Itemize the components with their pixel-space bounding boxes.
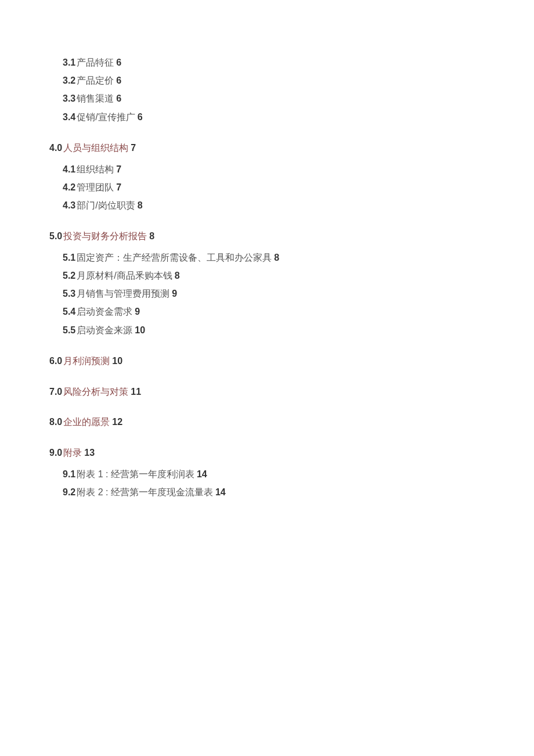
toc-entry-number: 5.5 [63, 325, 75, 335]
table-of-contents: 3.1产品特征63.2产品定价63.3销售渠道63.4促销/宣传推广64.0人员… [49, 53, 534, 501]
toc-entry-title: 月销售与管理费用预测 [77, 289, 169, 298]
toc-entry-title: 组织结构 [77, 164, 114, 174]
toc-entry-level2: 5.4启动资金需求9 [63, 303, 534, 321]
toc-entry-level2: 5.5启动资金来源10 [63, 321, 534, 339]
toc-entry-title: 附表 2 : 经营第一年度现金流量表 [77, 487, 213, 497]
toc-section: 5.0投资与财务分析报告85.1固定资产：生产经营所需设备、工具和办公家具85.… [49, 228, 534, 339]
toc-entry-number: 9.2 [63, 487, 75, 497]
toc-entry-page: 13 [84, 448, 95, 458]
toc-entry-page: 8 [149, 231, 154, 241]
toc-entry-page: 7 [116, 182, 121, 192]
toc-entry-page: 8 [274, 253, 279, 262]
toc-entry-title: 人员与组织结构 [63, 143, 128, 153]
toc-entry-page: 10 [135, 325, 145, 335]
toc-entry-level2: 3.2产品定价6 [63, 71, 534, 89]
toc-entry-page: 7 [116, 164, 121, 174]
toc-entry-number: 8.0 [49, 417, 62, 427]
toc-section: 8.0企业的愿景12 [49, 414, 534, 431]
toc-entry-page: 12 [112, 417, 122, 427]
toc-entry-level2: 9.2附表 2 : 经营第一年度现金流量表14 [63, 483, 534, 501]
toc-entry-number: 3.3 [63, 93, 75, 103]
toc-entry-page: 7 [131, 143, 136, 153]
toc-entry-number: 4.2 [63, 182, 75, 192]
toc-entry-page: 11 [131, 387, 141, 397]
toc-entry-number: 9.1 [63, 469, 75, 479]
toc-entry-number: 3.2 [63, 75, 75, 85]
toc-entry-level2: 4.3部门/岗位职责8 [63, 196, 534, 214]
toc-entry-title: 产品定价 [77, 75, 114, 85]
toc-entry-page: 9 [135, 307, 140, 316]
toc-entry-title: 月利润预测 [63, 356, 110, 366]
toc-entry-title: 附录 [63, 448, 82, 458]
toc-entry-page: 14 [215, 487, 226, 497]
toc-entry-number: 6.0 [49, 356, 62, 366]
toc-entry-page: 8 [138, 200, 143, 210]
toc-entry-level2: 5.3月销售与管理费用预测9 [63, 285, 534, 303]
toc-sublist: 4.1组织结构74.2管理团队74.3部门/岗位职责8 [49, 160, 534, 215]
toc-entry-level2: 5.1固定资产：生产经营所需设备、工具和办公家具8 [63, 249, 534, 267]
toc-sublist: 5.1固定资产：生产经营所需设备、工具和办公家具85.2月原材料/商品釆购本钱8… [49, 249, 534, 339]
toc-entry-title: 管理团队 [77, 182, 114, 192]
toc-entry-level1: 4.0人员与组织结构7 [49, 140, 534, 157]
toc-entry-page: 6 [116, 57, 121, 67]
toc-entry-title: 启动资金来源 [77, 325, 132, 335]
toc-section: 3.1产品特征63.2产品定价63.3销售渠道63.4促销/宣传推广6 [49, 53, 534, 126]
toc-entry-level2: 5.2月原材料/商品釆购本钱8 [63, 267, 534, 285]
toc-entry-page: 14 [197, 469, 207, 479]
toc-entry-number: 4.3 [63, 200, 75, 210]
toc-entry-title: 月原材料/商品釆购本钱 [77, 271, 172, 280]
toc-entry-level1: 5.0投资与财务分析报告8 [49, 228, 534, 245]
toc-entry-title: 固定资产：生产经营所需设备、工具和办公家具 [77, 253, 272, 262]
toc-entry-level1: 9.0附录13 [49, 445, 534, 462]
toc-entry-level1: 6.0月利润预测10 [49, 353, 534, 370]
toc-entry-page: 6 [138, 112, 143, 122]
toc-entry-title: 部门/岗位职责 [77, 200, 135, 210]
toc-entry-number: 5.0 [49, 231, 62, 241]
toc-entry-title: 产品特征 [77, 57, 114, 67]
toc-section: 6.0月利润预测10 [49, 353, 534, 370]
toc-entry-level1: 7.0风险分析与对策11 [49, 384, 534, 401]
toc-entry-level2: 3.3销售渠道6 [63, 89, 534, 107]
toc-entry-title: 企业的愿景 [63, 417, 110, 427]
toc-entry-level1: 8.0企业的愿景12 [49, 414, 534, 431]
toc-entry-level2: 4.1组织结构7 [63, 160, 534, 178]
toc-entry-title: 附表 1 : 经营第一年度利润表 [77, 469, 194, 479]
toc-entry-number: 7.0 [49, 387, 62, 397]
toc-entry-level2: 9.1附表 1 : 经营第一年度利润表14 [63, 465, 534, 483]
toc-entry-title: 投资与财务分析报告 [63, 231, 147, 241]
toc-sublist: 3.1产品特征63.2产品定价63.3销售渠道63.4促销/宣传推广6 [49, 53, 534, 126]
toc-entry-level2: 3.4促销/宣传推广6 [63, 108, 534, 126]
toc-entry-level2: 4.2管理团队7 [63, 178, 534, 196]
toc-entry-page: 10 [112, 356, 122, 366]
toc-entry-title: 风险分析与对策 [63, 387, 128, 397]
toc-entry-number: 9.0 [49, 448, 62, 458]
toc-entry-number: 4.0 [49, 143, 62, 153]
toc-section: 7.0风险分析与对策11 [49, 384, 534, 401]
toc-entry-page: 9 [172, 289, 177, 298]
toc-entry-number: 5.4 [63, 307, 75, 316]
toc-section: 4.0人员与组织结构74.1组织结构74.2管理团队74.3部门/岗位职责8 [49, 140, 534, 214]
toc-entry-number: 3.1 [63, 57, 75, 67]
toc-entry-number: 5.1 [63, 253, 75, 262]
toc-entry-page: 8 [175, 271, 180, 280]
toc-entry-page: 6 [116, 93, 121, 103]
toc-entry-number: 5.3 [63, 289, 75, 298]
toc-sublist: 9.1附表 1 : 经营第一年度利润表149.2附表 2 : 经营第一年度现金流… [49, 465, 534, 501]
toc-entry-level2: 3.1产品特征6 [63, 53, 534, 71]
toc-entry-title: 销售渠道 [77, 93, 114, 103]
toc-entry-number: 4.1 [63, 164, 75, 174]
toc-entry-page: 6 [116, 75, 121, 85]
toc-entry-number: 3.4 [63, 112, 75, 122]
toc-entry-title: 促销/宣传推广 [77, 112, 135, 122]
toc-section: 9.0附录139.1附表 1 : 经营第一年度利润表149.2附表 2 : 经营… [49, 445, 534, 501]
toc-entry-number: 5.2 [63, 271, 75, 280]
toc-entry-title: 启动资金需求 [77, 307, 132, 316]
